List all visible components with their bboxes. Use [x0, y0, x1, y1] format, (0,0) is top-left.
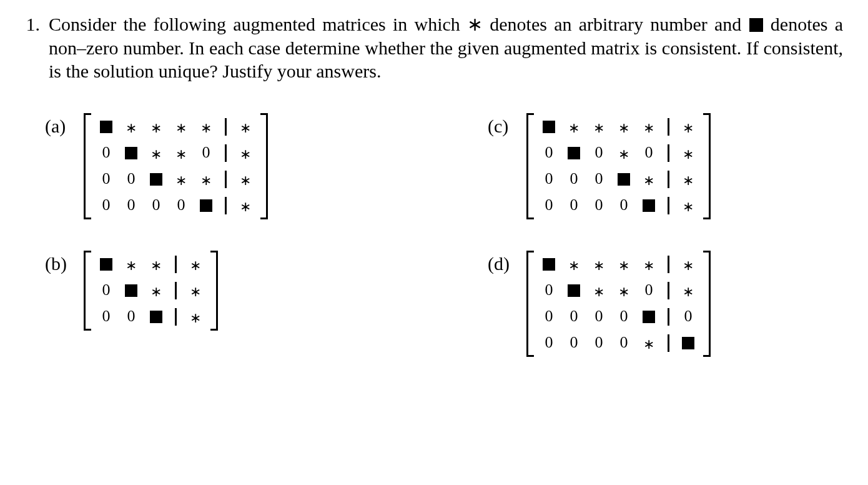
augmentation-bar	[175, 282, 177, 299]
matrix-cell: 0	[119, 171, 144, 188]
matrix-cell	[144, 171, 169, 188]
problem-number: 1.	[12, 12, 49, 36]
matrix-cell: ∗	[183, 282, 208, 299]
matrix-row: 000∗∗	[536, 171, 701, 188]
augmentation-bar	[668, 118, 669, 136]
matrix-cell: ∗	[233, 118, 258, 136]
matrix-cell: ∗	[144, 144, 169, 162]
matrix-cell: 0	[586, 334, 611, 352]
matrix-cell	[119, 282, 144, 299]
matrix-cell: 0	[94, 308, 119, 326]
matrix-cell	[636, 197, 661, 214]
matrix-cell: ∗	[586, 256, 611, 273]
matrix-cell: ∗	[561, 256, 586, 273]
stem-text-1: Consider the following augmented matrice…	[49, 14, 467, 34]
subpart-label-d: (d)	[488, 251, 515, 276]
matrix-cell: ∗	[183, 256, 208, 273]
matrix-cell: ∗	[233, 171, 258, 188]
matrix-row: 00000	[536, 308, 701, 326]
matrix-cell: 0	[169, 197, 194, 214]
matrix-cell	[94, 256, 119, 273]
subpart-label-c: (c)	[488, 113, 515, 138]
matrix-cell	[676, 334, 701, 352]
matrix-cell: ∗	[169, 144, 194, 162]
augmentation-bar	[668, 282, 669, 299]
matrix-body: ∗∗∗0∗∗00∗	[90, 251, 212, 331]
matrix-cell: 0	[586, 197, 611, 214]
matrix-cell: ∗	[636, 334, 661, 352]
filled-square-icon	[100, 258, 112, 271]
matrix-cell: ∗	[119, 256, 144, 273]
augmentation-bar	[225, 144, 227, 162]
filled-square-icon	[568, 147, 580, 159]
matrix-row: 0∗∗0∗	[94, 144, 258, 162]
matrix-cell	[561, 144, 586, 162]
matrix-row: ∗∗∗∗∗	[536, 256, 701, 273]
matrix-cell	[636, 308, 661, 326]
filled-square-icon	[125, 147, 137, 159]
augmentation-bar	[668, 171, 669, 188]
matrix-cell: ∗	[144, 118, 169, 136]
matrix-cell: ∗	[636, 118, 661, 136]
subpart-label-b: (b)	[45, 251, 72, 276]
filled-square-icon	[150, 311, 162, 323]
augmentation-bar	[225, 118, 227, 136]
matrix-row: 0000∗	[536, 197, 701, 214]
filled-square-icon	[543, 121, 555, 133]
matrix-cell: 0	[536, 171, 561, 188]
matrix-c: ∗∗∗∗∗00∗0∗000∗∗0000∗	[526, 113, 711, 219]
matrix-cell: ∗	[636, 171, 661, 188]
matrix-cell: ∗	[183, 308, 208, 326]
matrix-cell: 0	[586, 308, 611, 326]
matrix-cell: 0	[144, 197, 169, 214]
matrix-cell: ∗	[611, 144, 636, 162]
bracket-right	[212, 251, 218, 331]
matrix-cell: 0	[611, 308, 636, 326]
matrix-cell: 0	[676, 308, 701, 326]
matrix-row: 0∗∗	[94, 282, 208, 299]
augmentation-bar	[175, 256, 177, 273]
augmentation-bar	[225, 197, 227, 214]
matrix-row: 0000∗	[94, 197, 258, 214]
matrix-cell: ∗	[676, 171, 701, 188]
filled-square-icon	[682, 337, 694, 349]
matrix-cell: 0	[611, 197, 636, 214]
matrix-cell: ∗	[233, 144, 258, 162]
bracket-left	[526, 251, 533, 357]
filled-square-icon	[200, 199, 212, 212]
matrix-cell: 0	[561, 197, 586, 214]
matrix-cell: 0	[561, 171, 586, 188]
matrix-cell	[536, 118, 561, 136]
subpart-a: (a) ∗∗∗∗∗0∗∗0∗00∗∗∗0000∗	[45, 113, 400, 219]
matrix-row: 00∗0∗	[536, 144, 701, 162]
matrix-cell	[144, 308, 169, 326]
matrix-row: ∗∗∗∗∗	[536, 118, 701, 136]
subparts-grid: (a) ∗∗∗∗∗0∗∗0∗00∗∗∗0000∗ (c) ∗∗∗∗∗00∗0∗0…	[45, 113, 843, 357]
matrix-cell: ∗	[676, 197, 701, 214]
matrix-cell: 0	[536, 197, 561, 214]
filled-square-icon	[618, 173, 630, 186]
bracket-left	[526, 113, 533, 219]
matrix-cell: 0	[536, 282, 561, 299]
matrix-cell: 0	[119, 197, 144, 214]
matrix-d: ∗∗∗∗∗0∗∗0∗000000000∗	[526, 251, 711, 357]
filled-square-icon	[643, 311, 655, 323]
matrix-cell: ∗	[144, 282, 169, 299]
subpart-d: (d) ∗∗∗∗∗0∗∗0∗000000000∗	[488, 251, 843, 357]
matrix-cell: ∗	[144, 256, 169, 273]
filled-square-icon	[543, 258, 555, 271]
matrix-row: ∗∗∗∗∗	[94, 118, 258, 136]
matrix-cell: 0	[194, 144, 219, 162]
stem-text-2: denotes an arbitrary number and	[483, 14, 749, 34]
matrix-b: ∗∗∗0∗∗00∗	[84, 251, 218, 331]
matrix-cell: ∗	[636, 256, 661, 273]
matrix-cell: 0	[536, 144, 561, 162]
bracket-left	[84, 251, 90, 331]
matrix-cell: ∗	[169, 118, 194, 136]
matrix-cell: 0	[94, 144, 119, 162]
problem-stem: Consider the following augmented matrice…	[49, 12, 843, 83]
matrix-row: 00∗	[94, 308, 208, 326]
matrix-cell: ∗	[611, 118, 636, 136]
subpart-b: (b) ∗∗∗0∗∗00∗	[45, 251, 400, 357]
matrix-body: ∗∗∗∗∗0∗∗0∗000000000∗	[533, 251, 704, 357]
